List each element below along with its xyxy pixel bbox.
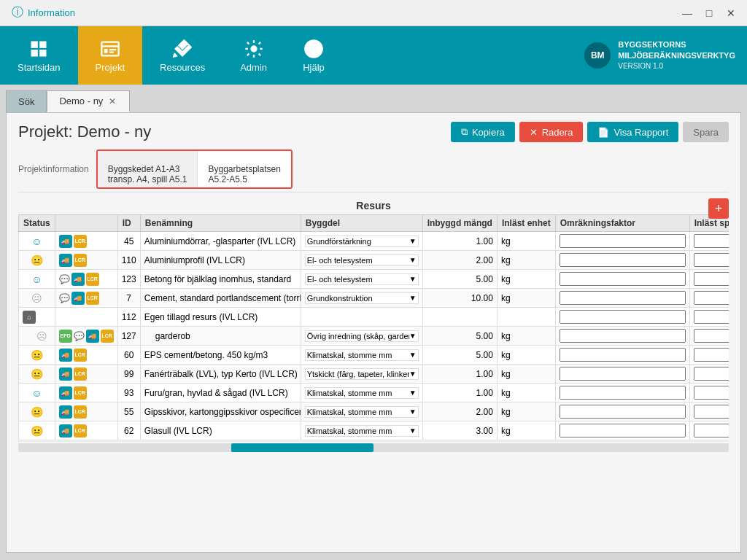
smiley-icon: ☺: [31, 273, 42, 285]
byggdel-select[interactable]: Klimatskal, stomme mm ▼: [305, 406, 419, 418]
minimize-button[interactable]: —: [677, 3, 697, 23]
mangd-cell: 2.00: [422, 402, 497, 421]
omrakn-cell[interactable]: [555, 308, 689, 327]
omrakn-input[interactable]: [560, 424, 686, 438]
dropdown-icon: ▼: [409, 408, 417, 416]
omrakn-input[interactable]: [560, 348, 686, 362]
byggdel-cell[interactable]: El- och telesystem ▼: [301, 270, 422, 289]
status-cell: ☺: [19, 270, 55, 289]
byggdel-select[interactable]: El- och telesystem ▼: [305, 254, 419, 266]
inlast-sp-cell[interactable]: [689, 270, 729, 289]
tab-close-button[interactable]: ✕: [107, 96, 117, 106]
omrakn-cell[interactable]: [555, 251, 689, 270]
omrakn-cell[interactable]: [555, 270, 689, 289]
byggdel-cell[interactable]: Ytskickt (färg, tapeter, klinker os ▼: [301, 365, 422, 384]
inlast-sp-cell[interactable]: [689, 289, 729, 308]
byggdel-select[interactable]: Grundförstärkning ▼: [305, 236, 419, 247]
omrakn-input[interactable]: [560, 291, 686, 305]
add-resource-button[interactable]: +: [708, 198, 729, 219]
omrakn-input[interactable]: [560, 386, 686, 400]
inlast-sp-cell[interactable]: [689, 384, 729, 402]
omrakn-input[interactable]: [560, 234, 686, 248]
byggdel-cell[interactable]: [301, 308, 422, 327]
byggdel-select[interactable]: Klimatskal, stomme mm ▼: [305, 425, 419, 437]
omrakn-input[interactable]: [560, 272, 686, 286]
info-tab-byggskedet[interactable]: Byggskedet A1-A3 transp. A4, spill A5.1: [98, 151, 198, 187]
kopiera-button[interactable]: ⧉ Kopiera: [451, 122, 515, 142]
omrakn-cell[interactable]: [555, 402, 689, 421]
byggdel-cell[interactable]: Klimatskal, stomme mm ▼: [301, 346, 422, 365]
tab-demo[interactable]: Demo - ny ✕: [47, 90, 130, 112]
inlast-sp-input[interactable]: [694, 234, 729, 248]
inlast-sp-input[interactable]: [694, 348, 729, 362]
omrakn-cell[interactable]: [555, 346, 689, 365]
byggdel-select[interactable]: Klimatskal, stomme mm ▼: [305, 387, 419, 399]
inlast-sp-input[interactable]: [694, 272, 729, 286]
nav-brand: BM BYGGSEKTORNS MILJÖBERÄKNINGSVERKTYG V…: [584, 26, 747, 85]
lcr-icon: LCR: [74, 405, 87, 419]
inlast-sp-input[interactable]: [694, 424, 729, 438]
action-icons: 💬🚚LCR: [59, 273, 114, 286]
action-icons: 💬🚚LCR: [59, 292, 114, 305]
byggdel-select[interactable]: El- och telesystem ▼: [305, 273, 419, 285]
inlast-sp-cell[interactable]: [689, 346, 729, 365]
omrakn-cell[interactable]: [555, 384, 689, 402]
omrakn-cell[interactable]: [555, 232, 689, 251]
omrakn-cell[interactable]: [555, 289, 689, 308]
inlast-sp-cell[interactable]: [689, 365, 729, 384]
lcr-icon: LCR: [86, 292, 99, 305]
omrakn-input[interactable]: [560, 253, 686, 267]
inlast-sp-input[interactable]: [694, 253, 729, 267]
omrakn-cell[interactable]: [555, 365, 689, 384]
byggdel-cell[interactable]: Övrig inredning (skåp, garderob ▼: [301, 327, 422, 346]
icons-cell: 🚚LCR: [55, 421, 117, 440]
byggdel-select[interactable]: Klimatskal, stomme mm ▼: [305, 349, 419, 361]
omrakn-input[interactable]: [560, 367, 686, 381]
byggdel-select[interactable]: Övrig inredning (skåp, garderob ▼: [305, 330, 419, 342]
info-tab-byggarbetsplatsen[interactable]: Byggarbetsplatsen A5.2-A5.5: [198, 151, 290, 187]
nav-startsidan[interactable]: Startsidan: [0, 26, 78, 85]
byggdel-cell[interactable]: El- och telesystem ▼: [301, 251, 422, 270]
horizontal-scrollbar[interactable]: [18, 443, 729, 452]
byggdel-cell[interactable]: Klimatskal, stomme mm ▼: [301, 421, 422, 440]
visa-rapport-button[interactable]: 📄 Visa Rapport: [587, 122, 678, 142]
omrakn-cell[interactable]: [555, 327, 689, 346]
byggdel-select[interactable]: Grundkonstruktion ▼: [305, 292, 419, 304]
radera-button[interactable]: ✕ Radera: [519, 122, 584, 142]
inlast-sp-cell[interactable]: [689, 232, 729, 251]
spara-button[interactable]: Spara: [683, 122, 729, 142]
inlast-sp-input[interactable]: [694, 405, 729, 419]
inlast-sp-cell[interactable]: [689, 251, 729, 270]
inlast-sp-input[interactable]: [694, 310, 729, 324]
byggdel-cell[interactable]: Klimatskal, stomme mm ▼: [301, 384, 422, 402]
dropdown-icon: ▼: [409, 256, 417, 264]
inlast-sp-cell[interactable]: [689, 402, 729, 421]
inlast-sp-input[interactable]: [694, 386, 729, 400]
col-enhet: Inläst enhet: [497, 215, 555, 232]
omrakn-input[interactable]: [560, 405, 686, 419]
byggdel-cell[interactable]: Grundförstärkning ▼: [301, 232, 422, 251]
table-row: ☹ EPD💬🚚LCR 127 garderob Övrig inredning …: [19, 327, 729, 346]
inlast-sp-cell[interactable]: [689, 421, 729, 440]
inlast-sp-input[interactable]: [694, 329, 729, 343]
omrakn-input[interactable]: [560, 310, 686, 324]
byggdel-select[interactable]: Ytskickt (färg, tapeter, klinker os ▼: [305, 368, 419, 380]
inlast-sp-cell[interactable]: [689, 327, 729, 346]
inlast-sp-cell[interactable]: [689, 308, 729, 327]
id-cell: 112: [117, 308, 140, 327]
inlast-sp-input[interactable]: [694, 367, 729, 381]
close-button[interactable]: ✕: [721, 3, 741, 23]
enhet-cell: kg: [497, 402, 555, 421]
nav-admin[interactable]: Admin: [222, 26, 285, 85]
byggdel-cell[interactable]: Grundkonstruktion ▼: [301, 289, 422, 308]
mangd-cell: 2.00: [422, 251, 497, 270]
omrakn-cell[interactable]: [555, 421, 689, 440]
maximize-button[interactable]: □: [699, 3, 719, 23]
inlast-sp-input[interactable]: [694, 291, 729, 305]
nav-hjalp[interactable]: Hjälp: [285, 26, 343, 85]
tab-sok[interactable]: Sök: [6, 90, 47, 112]
omrakn-input[interactable]: [560, 329, 686, 343]
nav-resources[interactable]: Resources: [142, 26, 222, 85]
nav-projekt[interactable]: Projekt: [78, 26, 142, 85]
byggdel-cell[interactable]: Klimatskal, stomme mm ▼: [301, 402, 422, 421]
